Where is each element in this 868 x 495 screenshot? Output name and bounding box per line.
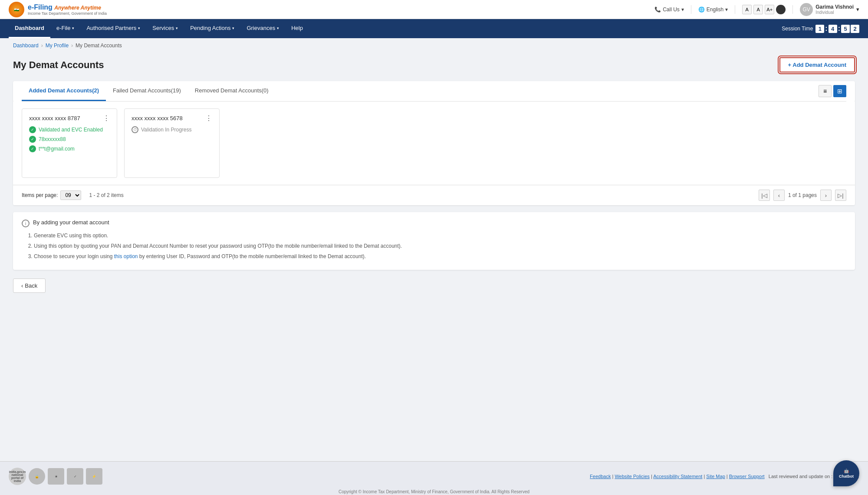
list-icon: ≡ [823,88,827,95]
efile-caret-icon: ▾ [72,26,74,30]
back-arrow-icon: ‹ [21,282,23,289]
nav-item-efile[interactable]: e-File ▾ [50,19,81,38]
footer-website-policies-link[interactable]: Website Policies [615,474,650,479]
nav-item-pending-actions[interactable]: Pending Actions ▾ [184,19,240,38]
footer-top: india.gov.in national portal of india 🔒 … [9,468,859,485]
user-details: Garima Vishnoi Individual [815,4,854,15]
card-1-account-no: xxxx xxxx xxxx 8787 [29,115,80,121]
chatbot-label: Chatbot [839,474,854,479]
footer-sitemap-link[interactable]: Site Map [706,474,725,479]
pagination-next-button[interactable]: › [820,190,832,201]
pending-caret-icon: ▾ [232,26,234,30]
badge-3: ✓ [67,468,83,485]
nav-item-services[interactable]: Services ▾ [146,19,184,38]
font-controls: A A A+ [742,5,786,14]
breadcrumb-my-profile[interactable]: My Profile [46,43,69,49]
divider-3 [792,5,793,14]
chatbot-icon: 🤖 [844,469,849,473]
info-point-1: Generate EVC using this option. [34,232,846,239]
nav-item-grievances[interactable]: Grievances ▾ [240,19,285,38]
demat-card-1: xxxx xxxx xxxx 8787 ⋮ ✓ Validated and EV… [22,108,117,178]
font-medium-button[interactable]: A [753,5,763,14]
add-demat-account-button[interactable]: + Add Demat Account [779,57,855,72]
tab-failed-demat-accounts[interactable]: Failed Demat Accounts(19) [106,81,188,101]
info-list: Generate EVC using this option. Using th… [22,232,846,260]
info-circle-icon: i [22,220,30,227]
nav-item-help[interactable]: Help [285,19,309,38]
user-role: Individual [815,10,854,15]
footer-badges: 🔒 ★ ✓ ⚡ [29,468,102,485]
breadcrumb-current: My Demat Accounts [76,43,122,49]
logo-subtitle: Income Tax Department, Government of Ind… [28,11,107,16]
session-digit-3: 5 [841,25,850,33]
session-digit-1: 1 [815,25,824,33]
card-1-header: xxxx xxxx xxxx 8787 ⋮ [29,115,110,122]
call-us-label: Call Us [663,7,680,13]
call-us-button[interactable]: 📞 Call Us ▾ [654,7,684,13]
lang-caret-icon: ▾ [725,7,728,13]
nav-item-dashboard[interactable]: Dashboard [9,19,50,38]
grid-view-button[interactable]: ⊞ [833,85,846,97]
badge-4: ⚡ [86,468,102,485]
services-caret-icon: ▾ [176,26,178,30]
card-1-status-3: ✓ t**t@gmail.com [29,145,110,152]
info-box-header: i By adding your demat account [22,219,846,227]
card-1-menu-button[interactable]: ⋮ [103,115,110,122]
font-large-button[interactable]: A+ [765,5,774,14]
globe-icon: 🌐 [698,7,705,13]
demat-card-2: xxxx xxxx xxxx 5678 ⋮ ⏱ Validation In Pr… [124,108,220,178]
chatbot-button[interactable]: 🤖 Chatbot [833,460,859,486]
footer-browser-support-link[interactable]: Browser Support [729,474,765,479]
pagination-first-button[interactable]: |◁ [759,190,770,201]
partners-caret-icon: ▾ [138,26,140,30]
tabs-container: Added Demat Accounts(2) Failed Demat Acc… [13,81,855,102]
card-1-status-3-icon: ✓ [29,145,36,152]
card-2-menu-button[interactable]: ⋮ [205,115,212,122]
items-per-page-select[interactable]: 09 18 27 [60,190,81,200]
language-button[interactable]: 🌐 English ▾ [698,7,728,13]
footer-feedback-link[interactable]: Feedback [590,474,611,479]
breadcrumb-dashboard[interactable]: Dashboard [13,43,39,49]
items-per-page-label: Items per page: [22,192,58,198]
list-view-button[interactable]: ≡ [819,85,832,97]
pagination-last-button[interactable]: ▷| [835,190,846,201]
page-header: My Demat Accounts + Add Demat Account [13,57,855,72]
back-button[interactable]: ‹ Back [13,279,46,293]
back-label: Back [25,282,37,289]
item-count: 1 - 2 of 2 items [89,192,123,198]
top-bar-right: 📞 Call Us ▾ 🌐 English ▾ A A A+ GV Garima… [654,3,859,16]
nav-item-authorised-partners[interactable]: Authorised Partners ▾ [80,19,146,38]
card-2-header: xxxx xxxx xxxx 5678 ⋮ [132,115,212,122]
page-title: My Demat Accounts [13,59,104,71]
efiling-tagline: Anywhere Anytime [54,5,101,11]
footer-links: Feedback | Website Policies | Accessibil… [590,474,859,479]
card-1-status-3-text: t**t@gmail.com [39,146,75,152]
session-label: Session Time [782,26,813,32]
card-1-status-2-icon: ✓ [29,136,36,143]
info-link[interactable]: this option [114,253,138,259]
footer-accessibility-link[interactable]: Accessibility Statement [653,474,702,479]
demat-accounts-panel: Added Demat Accounts(2) Failed Demat Acc… [13,81,855,205]
card-2-status-1: ⏱ Validation In Progress [132,126,212,133]
items-per-page: Items per page: 09 18 27 [22,190,81,200]
info-box: i By adding your demat account Generate … [13,212,855,270]
footer: india.gov.in national portal of india 🔒 … [0,461,868,495]
avatar: GV [800,3,813,16]
phone-icon: 📞 [654,7,661,13]
breadcrumb-sep-1: › [41,43,43,49]
card-1-status-1-text: Validated and EVC Enabled [39,127,103,133]
session-colon-2: : [838,25,840,33]
tab-removed-demat-accounts[interactable]: Removed Demat Accounts(0) [188,81,276,101]
language-label: English [707,7,723,13]
session-digit-2: 4 [829,25,837,33]
pagination-prev-button[interactable]: ‹ [773,190,785,201]
user-profile-area[interactable]: GV Garima Vishnoi Individual ▾ [800,3,859,16]
pagination-pages-info: 1 of 1 pages [788,192,817,198]
breadcrumb: Dashboard › My Profile › My Demat Accoun… [0,38,868,53]
info-point-3: Choose to secure your login using this o… [34,252,846,260]
session-colon-1: : [825,25,827,33]
tab-added-demat-accounts[interactable]: Added Demat Accounts(2) [22,81,106,101]
font-small-button[interactable]: A [742,5,752,14]
card-2-account-no: xxxx xxxx xxxx 5678 [132,115,183,121]
contrast-toggle-button[interactable] [776,5,786,14]
